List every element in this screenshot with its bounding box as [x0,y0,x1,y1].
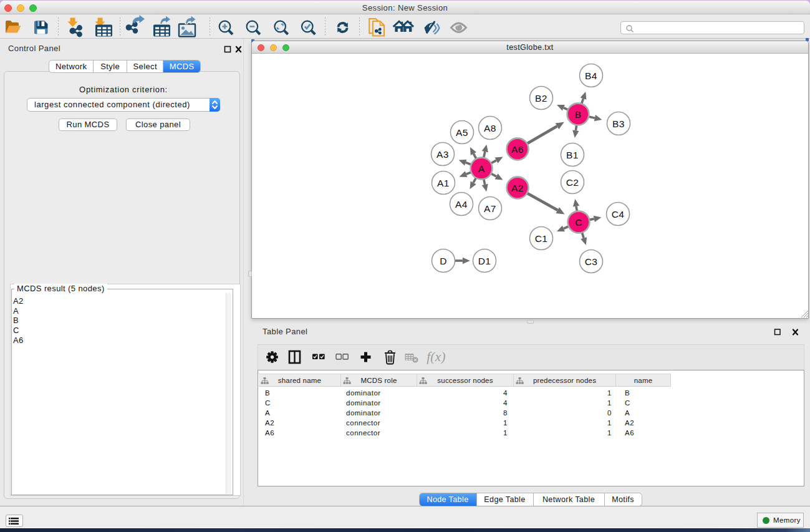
svg-text:D1: D1 [478,256,491,266]
svg-text:C4: C4 [612,209,625,220]
svg-text:B2: B2 [535,93,547,104]
svg-text:A2: A2 [511,183,524,193]
svg-text:C: C [575,217,582,228]
svg-text:B3: B3 [612,118,625,129]
svg-text:A4: A4 [455,199,468,210]
svg-text:f(x): f(x) [427,349,446,364]
svg-text:A: A [478,163,485,174]
svg-text:C2: C2 [566,177,579,188]
svg-text:A8: A8 [484,123,496,133]
svg-text:A1: A1 [437,178,450,188]
svg-text:B4: B4 [585,70,597,81]
svg-text:C1: C1 [535,233,548,244]
svg-text:D: D [440,256,447,266]
svg-text:A6: A6 [511,144,524,155]
svg-text:A7: A7 [484,203,496,214]
svg-text:B: B [575,109,582,120]
svg-text:C3: C3 [585,256,598,267]
svg-text:A3: A3 [436,149,449,160]
svg-text:B1: B1 [566,150,579,160]
svg-text:A5: A5 [456,127,468,138]
